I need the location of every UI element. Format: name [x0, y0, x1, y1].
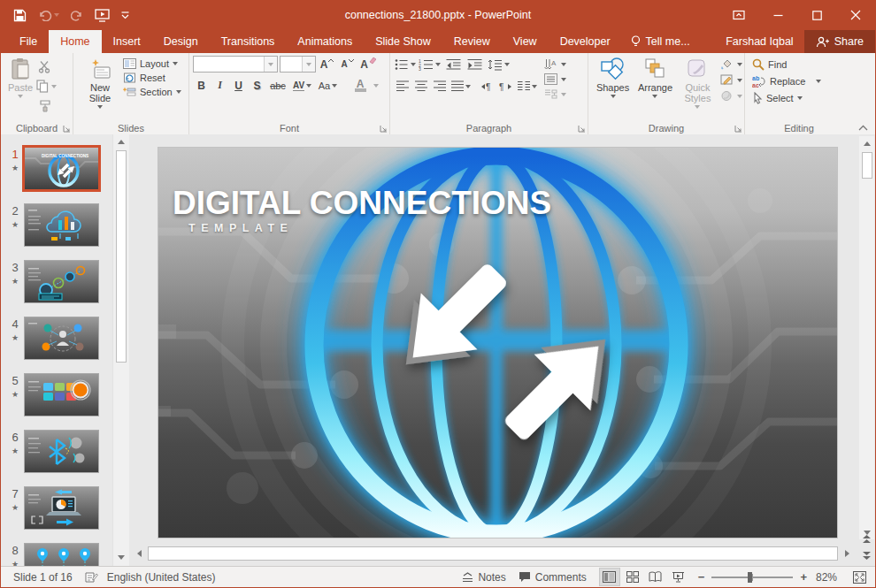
panel-scrollbar[interactable] [112, 134, 129, 566]
format-painter-icon[interactable] [36, 97, 53, 114]
horizontal-scroll-thumb[interactable] [148, 546, 838, 561]
tab-animations[interactable]: Animations [286, 30, 364, 53]
redo-icon[interactable] [71, 10, 83, 21]
language-indicator[interactable]: English (United States) [107, 571, 216, 584]
thumbnail-item-1[interactable]: 1★ [6, 147, 99, 190]
grow-font-button[interactable]: A [318, 56, 336, 73]
paragraph-dialog-launcher[interactable] [578, 125, 586, 133]
slide-1-thumbnail[interactable]: DIGITAL CONNECTIONS [22, 145, 101, 192]
scroll-right-icon[interactable] [840, 546, 854, 561]
spell-check-icon[interactable] [85, 571, 98, 584]
notes-button[interactable]: Notes [462, 571, 505, 584]
align-text-button[interactable] [544, 73, 566, 85]
tab-file[interactable]: File [8, 30, 49, 53]
tab-insert[interactable]: Insert [102, 30, 152, 53]
slide-2-thumbnail[interactable] [24, 203, 99, 247]
slide-indicator[interactable]: Slide 1 of 16 [13, 571, 73, 584]
panel-scroll-down-icon[interactable] [114, 550, 128, 564]
copy-icon[interactable] [36, 78, 59, 95]
save-icon[interactable] [13, 9, 27, 22]
character-spacing-button[interactable]: AV [290, 77, 314, 94]
cut-icon[interactable] [36, 58, 53, 75]
fit-slide-to-window-button[interactable] [853, 571, 866, 584]
text-shadow-button[interactable]: S [249, 77, 265, 94]
convert-smartart-button[interactable] [544, 88, 566, 100]
align-right-icon[interactable] [431, 78, 448, 95]
ribbon-display-options-button[interactable] [719, 0, 758, 30]
drawing-dialog-launcher[interactable] [734, 125, 742, 133]
align-center-icon[interactable] [412, 78, 429, 95]
change-case-button[interactable]: Aa [316, 77, 340, 94]
columns-icon[interactable] [516, 78, 539, 95]
find-button[interactable]: Find [752, 58, 851, 71]
line-spacing-icon[interactable] [486, 56, 511, 73]
tab-design[interactable]: Design [152, 30, 210, 53]
shape-outline-button[interactable] [720, 74, 742, 86]
tab-developer[interactable]: Developer [549, 30, 622, 53]
paste-button[interactable]: Paste [4, 56, 36, 114]
slide-7-thumbnail[interactable] [24, 486, 99, 530]
tab-transitions[interactable]: Transitions [210, 30, 287, 53]
tab-view[interactable]: View [502, 30, 549, 53]
decrease-indent-icon[interactable] [443, 56, 463, 73]
underline-button[interactable]: U [230, 77, 247, 94]
strikethrough-button[interactable]: abc [267, 77, 288, 94]
zoom-slider-thumb[interactable] [748, 572, 752, 583]
zoom-in-button[interactable]: + [800, 570, 807, 584]
font-size-combo[interactable] [280, 56, 316, 73]
slideshow-view-button[interactable] [668, 568, 689, 586]
quick-styles-button[interactable]: Quick Styles [677, 56, 718, 111]
editor-vertical-scrollbar[interactable] [859, 136, 874, 539]
undo-icon[interactable] [38, 10, 59, 21]
new-slide-button[interactable]: New Slide [77, 56, 123, 111]
scroll-left-icon[interactable] [132, 546, 146, 561]
shrink-font-button[interactable]: A [338, 56, 357, 73]
slide-3-thumbnail[interactable] [24, 260, 99, 303]
next-slide-button[interactable] [860, 548, 874, 562]
ltr-text-direction-icon[interactable]: ¶ [479, 78, 496, 95]
maximize-button[interactable] [797, 0, 836, 30]
font-size-input[interactable] [280, 57, 302, 71]
font-name-input[interactable] [194, 57, 264, 71]
shape-fill-button[interactable] [720, 58, 742, 70]
tell-me-box[interactable]: Tell me... [622, 30, 699, 53]
replace-button[interactable]: abac Replace [752, 75, 851, 88]
editor-scroll-thumb[interactable] [862, 152, 872, 179]
bullets-icon[interactable] [394, 56, 416, 73]
arrange-button[interactable]: Arrange [634, 56, 677, 111]
slide-8-thumbnail[interactable] [24, 543, 99, 566]
panel-scroll-thumb[interactable] [116, 150, 127, 363]
editor-horizontal-scrollbar[interactable] [132, 546, 854, 561]
thumbnail-item-5[interactable]: 5★ [6, 373, 99, 416]
slide-sorter-view-button[interactable] [622, 568, 643, 586]
normal-view-button[interactable] [599, 568, 620, 586]
reading-view-button[interactable] [645, 568, 666, 586]
minimize-button[interactable] [758, 0, 797, 30]
comments-button[interactable]: Comments [519, 571, 587, 584]
thumbnail-item-4[interactable]: 4★ [6, 317, 99, 360]
font-color-button[interactable]: A [349, 77, 372, 94]
close-button[interactable] [836, 0, 875, 30]
slide-4-thumbnail[interactable] [24, 317, 99, 360]
select-button[interactable]: Select [752, 92, 851, 104]
clear-formatting-button[interactable]: A [358, 56, 378, 73]
tab-home[interactable]: Home [49, 30, 101, 53]
clipboard-dialog-launcher[interactable] [63, 125, 71, 133]
section-button[interactable]: Section [123, 87, 181, 97]
thumbnail-item-8[interactable]: 8★ [6, 543, 99, 566]
layout-button[interactable]: Layout [123, 58, 181, 69]
slide-title-text[interactable]: DIGITAL CONNECTIONS [173, 185, 551, 222]
panel-scroll-up-icon[interactable] [114, 134, 128, 149]
thumbnail-item-3[interactable]: 3★ [6, 260, 99, 303]
zoom-slider[interactable] [711, 577, 793, 578]
account-name[interactable]: Farshad Iqbal [715, 30, 803, 53]
zoom-out-button[interactable]: − [698, 570, 705, 584]
shapes-button[interactable]: Shapes [592, 56, 634, 111]
justify-icon[interactable] [450, 78, 472, 95]
slide-5-thumbnail[interactable] [24, 373, 99, 416]
font-dialog-launcher[interactable] [380, 125, 388, 133]
share-button[interactable]: Share [804, 30, 875, 53]
font-name-combo[interactable] [193, 56, 278, 73]
thumbnail-item-7[interactable]: 7★ [6, 486, 99, 530]
tab-slideshow[interactable]: Slide Show [364, 30, 442, 53]
